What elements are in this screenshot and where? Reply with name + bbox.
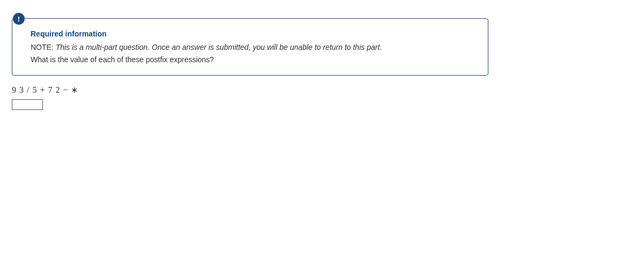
required-heading: Required information bbox=[31, 29, 478, 38]
note-prefix: NOTE: bbox=[31, 43, 54, 51]
answer-input[interactable] bbox=[12, 99, 43, 110]
note-line: NOTE: This is a multi-part question. Onc… bbox=[31, 42, 478, 53]
alert-icon: ! bbox=[13, 13, 25, 25]
question-text: What is the value of each of these postf… bbox=[31, 54, 478, 65]
required-info-box: Required information NOTE: This is a mul… bbox=[12, 18, 488, 76]
note-body: This is a multi-part question. Once an a… bbox=[56, 43, 382, 51]
postfix-expression: 9 3 / 5 + 7 2 − ∗ bbox=[12, 85, 79, 95]
alert-icon-glyph: ! bbox=[18, 15, 20, 23]
